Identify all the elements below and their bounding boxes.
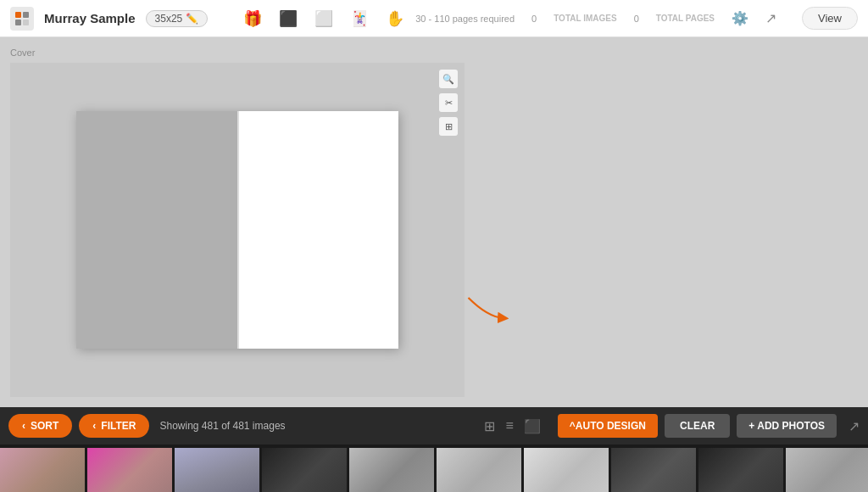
size-badge[interactable]: 35x25 ✏️	[146, 10, 209, 27]
top-bar: Murray Sample 35x25 ✏️ 🎁 ⬛ ⬜ 🃏 ✋ 30 - 11…	[0, 0, 868, 37]
canvas-panel: Cover 🔍 ✂ ⊞	[0, 37, 475, 407]
book-right-page	[237, 111, 398, 349]
filmstrip-thumb-3[interactable]	[175, 448, 259, 492]
filmstrip-thumb-10[interactable]	[786, 448, 868, 492]
sort-button[interactable]: ‹ SORT	[8, 414, 72, 438]
app-logo	[10, 7, 34, 31]
export-icon[interactable]: ↗	[765, 10, 776, 26]
filmstrip-thumb-9[interactable]	[698, 448, 783, 492]
filmstrip-thumb-8[interactable]	[611, 448, 696, 492]
filmstrip-thumb-4[interactable]	[262, 448, 347, 492]
hand-icon[interactable]: ✋	[386, 9, 404, 28]
left-arrow-icon: ‹	[22, 420, 25, 432]
bottom-right-buttons: ^AUTO DESIGN CLEAR + ADD PHOTOS ↗	[558, 414, 860, 438]
gift-icon[interactable]: 🎁	[243, 9, 262, 28]
grid-view-icon[interactable]: ⊞	[484, 418, 495, 434]
svg-rect-0	[15, 12, 21, 18]
card-icon[interactable]: 🃏	[350, 9, 369, 28]
filmstrip-thumb-7[interactable]	[524, 448, 609, 492]
total-pages-label: TOTAL PAGES	[656, 14, 715, 23]
layout-icon[interactable]: ⬜	[314, 9, 333, 28]
filter-arrow-icon: ‹	[92, 420, 96, 432]
clear-button[interactable]: CLEAR	[665, 414, 730, 438]
filmstrip-thumb-2[interactable]	[87, 448, 172, 492]
book-left-page	[76, 111, 237, 349]
toolbar-icons: 🎁 ⬛ ⬜ 🃏 ✋	[243, 9, 404, 28]
auto-design-button[interactable]: ^AUTO DESIGN	[558, 414, 658, 438]
total-images-count: 0	[531, 14, 537, 24]
filter-button[interactable]: ‹ FILTER	[79, 414, 149, 438]
add-photos-button[interactable]: + ADD PHOTOS	[737, 414, 837, 438]
bottom-icons: ⊞ ≡ ⬛	[484, 418, 540, 434]
main-right-area: 30 Pages To Design 481 ALL Total Images …	[475, 37, 868, 407]
edit-icon: ✏️	[186, 13, 198, 25]
settings-icon[interactable]: ⚙️	[732, 10, 748, 26]
grid-tool[interactable]: ⊞	[439, 117, 458, 136]
zoom-tool[interactable]: 🔍	[439, 70, 458, 88]
export-icon-bottom[interactable]: ↗	[849, 418, 860, 434]
main-area: Cover 🔍 ✂ ⊞ 30 Pages To Design	[0, 37, 868, 407]
pages-info: 30 - 110 pages required 0 TOTAL IMAGES 0…	[415, 7, 858, 30]
app-title: Murray Sample	[44, 11, 136, 25]
showing-label: Showing 481 of 481 images	[159, 420, 285, 432]
arrow-indicator	[458, 285, 517, 339]
list-view-icon[interactable]: ≡	[505, 418, 513, 433]
book-spread	[76, 111, 398, 349]
book-tools: 🔍 ✂ ⊞	[439, 70, 458, 136]
crop-tool[interactable]: ✂	[439, 93, 458, 112]
filmstrip-thumb-6[interactable]	[437, 448, 521, 492]
filmstrip	[0, 444, 868, 492]
svg-rect-3	[23, 20, 29, 25]
bottom-bar: ‹ SORT ‹ FILTER Showing 481 of 481 image…	[0, 407, 868, 444]
total-images-label: TOTAL IMAGES	[554, 14, 616, 23]
pages-required-text: 30 - 110 pages required	[415, 14, 515, 24]
book-container: 🔍 ✂ ⊞	[10, 63, 465, 397]
layers-bottom-icon[interactable]: ⬛	[524, 418, 541, 434]
view-button[interactable]: View	[802, 7, 858, 30]
filmstrip-thumb-5[interactable]	[349, 448, 434, 492]
total-pages-count: 0	[634, 14, 639, 24]
cover-label: Cover	[10, 48, 465, 58]
svg-rect-1	[23, 12, 29, 18]
filmstrip-thumb-1[interactable]	[0, 448, 85, 492]
layers-icon[interactable]: ⬛	[279, 9, 298, 28]
svg-rect-2	[15, 20, 21, 25]
